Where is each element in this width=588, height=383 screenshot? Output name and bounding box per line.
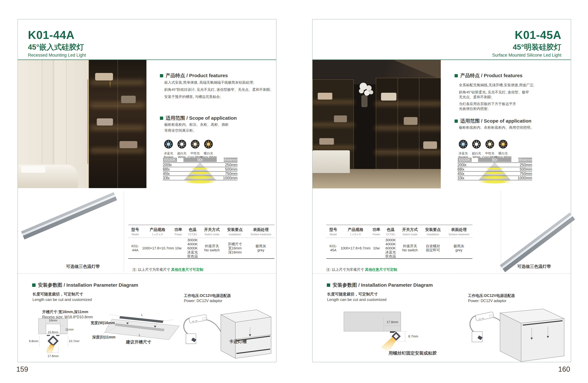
pillow xyxy=(21,166,45,173)
col-header: 型号Model xyxy=(326,227,340,236)
shelf xyxy=(92,104,143,105)
power-label-cn: 工作电压:DC12V电源适配器 xyxy=(184,293,231,298)
distance-value: 250mm xyxy=(225,163,237,167)
col-header: 型号Model xyxy=(128,227,142,236)
cabinet xyxy=(500,309,564,362)
folded-clothes xyxy=(121,96,136,103)
power-cord xyxy=(470,316,476,332)
title-en: Surface Mounted Silicone Led Light xyxy=(492,52,561,58)
profile-top-face xyxy=(500,212,571,268)
size-note: 注: 以上尺寸为常规尺寸 其他任意尺寸可定制 xyxy=(128,267,203,272)
cut-note-en: Length can be cut and customized xyxy=(327,297,387,302)
profile-caption: 可选做三色温灯带 xyxy=(502,264,567,269)
length-label: L xyxy=(141,313,143,317)
col-header: 开关方式Switch mode xyxy=(201,227,223,236)
groove-width-label: 宽度(W)16mm xyxy=(91,320,115,326)
col-header: 安装要点Installation xyxy=(421,227,445,236)
cell-power: 10w xyxy=(173,246,184,250)
board-perspective xyxy=(105,319,179,340)
spec-table-row: K01-44A 1000×17.8×10.7mm 10w 3000K4000K6… xyxy=(128,238,274,259)
dim-label: 8.7mm xyxy=(408,335,418,338)
model-title: K01-44A xyxy=(28,28,86,42)
beam-ellipse xyxy=(187,172,213,175)
scope-heading: 适用范围 / Scope of application xyxy=(160,115,237,121)
wiring-cabinet-diagram xyxy=(467,304,568,363)
aluminium-profile-image xyxy=(21,192,117,239)
light-color-icon-coolwhite xyxy=(485,140,494,149)
cut-note-cn: 长度可随意裁切，可定制尺寸 xyxy=(32,291,83,297)
light-color-icon-warmwhite xyxy=(499,140,508,149)
distance-value: 500mm xyxy=(225,167,237,172)
beam-ellipse xyxy=(185,175,215,179)
flower-blooms xyxy=(359,83,367,90)
profile-flange xyxy=(47,335,50,336)
cct-bar: 6500K xyxy=(458,158,472,162)
install-heading-label: 安装参数图 / Installation Parameter Diagram xyxy=(38,282,138,288)
title-cn: 45°嵌入式硅胶灯 xyxy=(28,42,86,52)
cct-bar: 6500K xyxy=(163,158,177,162)
page-right-header: K01-45A 45°明装硅胶灯 Surface Mounted Silicon… xyxy=(492,28,561,58)
install-heading: 安装参数图 / Installation Parameter Diagram xyxy=(32,282,138,288)
light-color-icon-white xyxy=(177,140,186,149)
beam-ellipse xyxy=(478,180,511,184)
cell-install: 开槽尺寸宽16mm深16mm xyxy=(223,242,247,254)
recess-size-cn: 开槽尺寸:宽16mm,深11mm xyxy=(42,309,88,314)
angle-bar: 900 xyxy=(184,158,217,162)
dim-label: 10.7mm xyxy=(69,339,80,343)
glass-cabinet-right xyxy=(376,78,441,172)
dim-label: 11mm xyxy=(65,328,74,331)
distance-bar: distance xyxy=(224,158,237,162)
photometry-row: 200lx250mm xyxy=(458,162,532,167)
features-heading: 产品特点 / Product features xyxy=(455,72,523,79)
light-color-icon-iceblue xyxy=(459,140,468,149)
lux-value: 33lx xyxy=(163,176,170,180)
shelf xyxy=(376,127,441,127)
cell-power: 10w xyxy=(371,246,382,250)
bullet-square-icon xyxy=(32,284,36,287)
aluminium-profile-image xyxy=(500,212,575,272)
sun-glyph xyxy=(165,141,172,147)
shelf xyxy=(92,81,143,82)
cell-install: 自攻螺丝固定即可 xyxy=(421,244,445,252)
shelf xyxy=(313,101,353,101)
profile-silicone-strip xyxy=(22,195,115,236)
install-heading: 安装参数图 / Installation Parameter Diagram xyxy=(327,282,433,288)
shelf xyxy=(92,149,143,150)
spec-table-head: 型号Model 产品规格L x D x H 功率Power 色温CCT(K) 开… xyxy=(326,225,472,238)
cell-cct: 3000K4000K6000K冰蓝光双色温 xyxy=(184,238,201,258)
length-label: L xyxy=(139,333,140,337)
output-cord xyxy=(207,320,221,332)
cell-cct: 3000K4000K6000K冰蓝光双色温 xyxy=(382,238,399,258)
beam-ellipse xyxy=(485,167,504,170)
bullet-square-icon xyxy=(160,74,163,77)
cabinet-frame xyxy=(89,60,89,188)
folded-clothes xyxy=(423,141,437,149)
dim-label: 15.8mm xyxy=(48,331,58,334)
light-color-icon-white xyxy=(472,140,481,149)
sun-glyph xyxy=(460,141,466,147)
cabinet-frame xyxy=(419,78,419,172)
angle-value: 90 xyxy=(197,157,202,162)
light-color-icon-coolwhite xyxy=(190,140,200,149)
flowers xyxy=(355,83,374,109)
bullet-square-icon xyxy=(160,116,163,120)
handbag xyxy=(319,138,334,145)
scope-line: 等商业空间展示柜。 xyxy=(164,128,196,133)
scope-line: 橱柜柜底柜内、柜沿、衣柜、高柜、酒柜 xyxy=(164,122,229,127)
shelf xyxy=(376,151,441,152)
spec-table: 型号Model 产品规格L x D x H 功率Power 色温CCT(K) 开… xyxy=(326,225,472,259)
section-divider xyxy=(18,273,276,274)
distance-bar: distance xyxy=(518,158,532,162)
dim-label: 9.8mm xyxy=(29,339,38,343)
dim-label: 17.8mm xyxy=(387,320,398,324)
col-header: 表面处理Surface treatment xyxy=(247,227,274,236)
col-header: 产品规格L x D x H xyxy=(340,227,371,236)
angle-bar: 900 xyxy=(478,158,511,162)
page-left-header: K01-44A 45°嵌入式硅胶灯 Recessed Mounting Led … xyxy=(28,28,86,58)
beam-ellipse xyxy=(190,167,210,170)
screw-caption: 用螺丝钉固定安装或粘胶 xyxy=(387,350,439,356)
cut-note-cn: 长度可随意裁切，可定制尺寸 xyxy=(327,291,378,297)
sun-glyph xyxy=(192,141,198,147)
cabinet-frame xyxy=(398,78,398,172)
cell-switch: 外接开关No switch xyxy=(201,244,223,252)
